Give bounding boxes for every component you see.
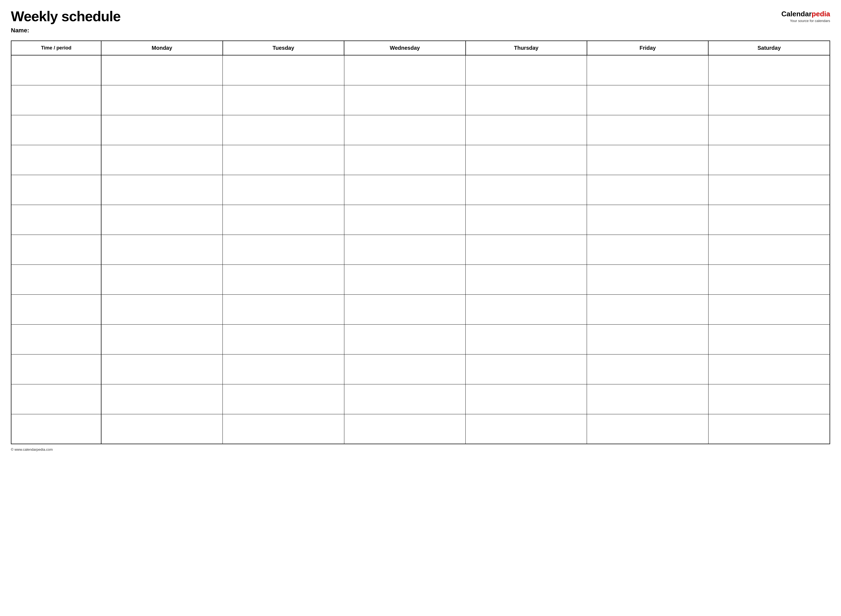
schedule-cell [587,354,708,384]
schedule-cell [708,85,830,115]
table-row [11,235,830,264]
schedule-cell [708,205,830,235]
schedule-cell [587,85,708,115]
time-cell [11,384,101,414]
schedule-cell [708,295,830,324]
col-header-wednesday: Wednesday [344,41,465,55]
schedule-cell [466,384,587,414]
schedule-cell [101,264,222,295]
schedule-cell [344,85,465,115]
schedule-cell [101,145,222,175]
table-row [11,414,830,444]
schedule-cell [223,264,344,295]
time-cell [11,55,101,85]
schedule-cell [587,175,708,205]
schedule-cell [223,235,344,264]
col-header-saturday: Saturday [708,41,830,55]
schedule-cell [344,235,465,264]
schedule-cell [587,295,708,324]
schedule-cell [587,115,708,145]
schedule-cell [101,414,222,444]
schedule-cell [466,324,587,354]
schedule-cell [587,55,708,85]
schedule-cell [101,55,222,85]
schedule-cell [587,414,708,444]
schedule-cell [466,354,587,384]
schedule-cell [587,235,708,264]
table-row [11,324,830,354]
time-cell [11,175,101,205]
schedule-cell [466,85,587,115]
table-row [11,175,830,205]
time-cell [11,205,101,235]
schedule-cell [708,55,830,85]
logo-tagline: Your source for calendars [790,19,830,23]
schedule-cell [101,115,222,145]
time-cell [11,85,101,115]
footer: © www.calendarpedia.com [11,447,830,452]
table-row [11,264,830,295]
name-label: Name: [11,27,121,34]
schedule-cell [708,354,830,384]
schedule-cell [223,324,344,354]
schedule-cell [466,264,587,295]
schedule-cell [708,414,830,444]
schedule-cell [101,295,222,324]
title-area: Weekly schedule Name: [11,9,121,34]
time-cell [11,264,101,295]
schedule-cell [344,55,465,85]
schedule-cell [223,85,344,115]
schedule-cell [101,384,222,414]
schedule-cell [344,264,465,295]
schedule-cell [223,205,344,235]
schedule-cell [587,324,708,354]
schedule-cell [101,354,222,384]
time-cell [11,324,101,354]
schedule-cell [101,85,222,115]
table-row [11,85,830,115]
schedule-cell [344,354,465,384]
schedule-cell [466,145,587,175]
schedule-cell [101,324,222,354]
schedule-cell [223,354,344,384]
schedule-cell [101,175,222,205]
time-cell [11,115,101,145]
schedule-cell [466,115,587,145]
schedule-cell [466,414,587,444]
schedule-cell [708,115,830,145]
table-row [11,205,830,235]
schedule-cell [344,115,465,145]
col-header-monday: Monday [101,41,222,55]
schedule-cell [708,175,830,205]
schedule-cell [223,384,344,414]
col-header-tuesday: Tuesday [223,41,344,55]
schedule-cell [587,145,708,175]
page-title: Weekly schedule [11,9,121,24]
schedule-cell [223,145,344,175]
schedule-cell [708,145,830,175]
schedule-cell [587,264,708,295]
schedule-cell [344,384,465,414]
schedule-cell [344,414,465,444]
schedule-cell [466,295,587,324]
schedule-cell [344,145,465,175]
logo-red-text: pedia [812,10,830,18]
table-row [11,354,830,384]
schedule-cell [466,205,587,235]
table-row [11,295,830,324]
time-cell [11,354,101,384]
schedule-cell [708,264,830,295]
table-row [11,384,830,414]
time-cell [11,235,101,264]
col-header-friday: Friday [587,41,708,55]
table-row [11,115,830,145]
schedule-cell [587,205,708,235]
schedule-cell [223,414,344,444]
table-header-row: Time / period Monday Tuesday Wednesday T… [11,41,830,55]
schedule-cell [466,55,587,85]
footer-url: © www.calendarpedia.com [11,447,53,452]
table-row [11,55,830,85]
schedule-cell [466,235,587,264]
col-header-time: Time / period [11,41,101,55]
schedule-cell [344,175,465,205]
